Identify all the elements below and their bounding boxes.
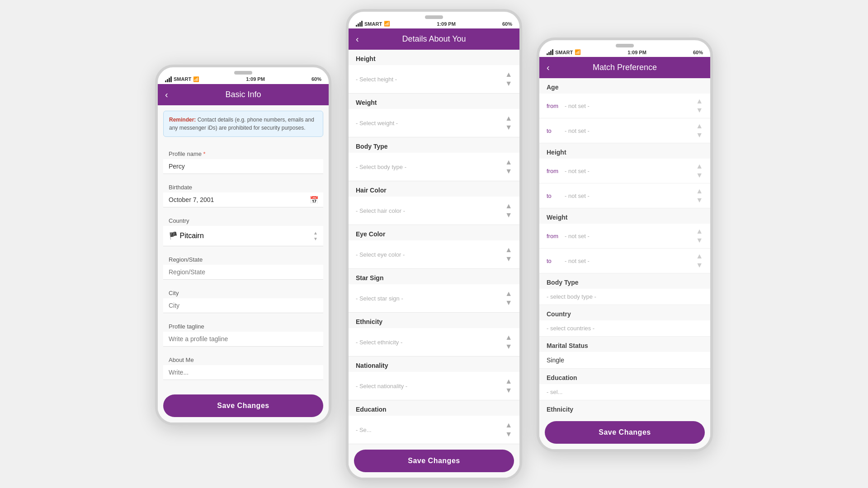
education-select-match[interactable]: - sel... (539, 384, 710, 400)
region-input[interactable] (163, 265, 323, 279)
tagline-label: Profile tagline (163, 319, 323, 332)
nationality-arrows: ▲ ▼ (505, 377, 512, 394)
age-section: Age from - not set - ▲ ▼ to - not set - … (539, 78, 710, 143)
about-me-field: About Me (163, 352, 323, 380)
height-placeholder: - Select height - (356, 76, 397, 83)
status-left-2: SMART 📶 (356, 21, 390, 27)
country-flag: 🏴 (169, 232, 179, 239)
education-title-match: Education (539, 369, 710, 384)
education-arrows: ▲ ▼ (505, 421, 512, 438)
profile-name-wrapper (163, 159, 323, 174)
education-select[interactable]: - Se... ▲ ▼ (349, 416, 519, 444)
body-type-arrows: ▲ ▼ (505, 158, 512, 175)
screen1-title: Basic Info (225, 90, 261, 99)
city-field: City (163, 285, 323, 313)
education-placeholder-match: - sel... (547, 389, 562, 395)
weight-to-label: to (547, 258, 565, 264)
body-type-select[interactable]: - Select body type - ▲ ▼ (349, 153, 519, 181)
weight-section: Weight from - not set - ▲ ▼ to - not set… (539, 208, 710, 273)
city-label: City (163, 285, 323, 298)
hair-color-placeholder: - Select hair color - (356, 207, 405, 214)
body-type-select-match[interactable]: - select body type - (539, 289, 710, 305)
country-select[interactable]: 🏴 Pitcairn ▲ ▼ (163, 226, 323, 246)
back-button-3[interactable]: ‹ (547, 62, 550, 73)
required-star: * (203, 150, 206, 157)
weight-from-row[interactable]: from - not set - ▲ ▼ (539, 224, 710, 249)
age-from-row[interactable]: from - not set - ▲ ▼ (539, 94, 710, 118)
height-from-value: - not set - (565, 168, 696, 174)
star-sign-select[interactable]: - Select star sign - ▲ ▼ (349, 284, 519, 313)
screen3-title: Match Preference (593, 63, 657, 72)
save-button-2[interactable]: Save Changes (354, 450, 514, 472)
carrier-3: SMART (555, 50, 573, 55)
star-sign-placeholder: - Select star sign - (356, 295, 403, 302)
country-select-match[interactable]: - select countries - (539, 320, 710, 337)
ethnicity-arrows: ▲ ▼ (505, 333, 512, 351)
weight-select[interactable]: - Select weight - ▲ ▼ (349, 109, 519, 137)
carrier-2: SMART (364, 21, 382, 27)
hair-color-label: Hair Color (349, 181, 519, 197)
save-btn-container-1: Save Changes (158, 389, 329, 422)
age-from-label: from (547, 103, 565, 109)
age-to-value: - not set - (565, 127, 696, 134)
about-me-wrapper (163, 365, 323, 380)
hair-color-select[interactable]: - Select hair color - ▲ ▼ (349, 197, 519, 225)
back-button-2[interactable]: ‹ (356, 34, 359, 44)
marital-value: Single (539, 352, 710, 369)
weight-to-row[interactable]: to - not set - ▲ ▼ (539, 249, 710, 273)
phone-frame-1: SMART 📶 1:09 PM 60% ‹ Basic Info Reminde… (155, 65, 331, 425)
weight-label: Weight (349, 94, 519, 109)
height-from-label: from (547, 168, 565, 174)
profile-name-input[interactable] (163, 159, 323, 174)
phone-frame-3: SMART 📶 1:09 PM 60% ‹ Match Preference A… (537, 38, 713, 452)
age-to-row[interactable]: to - not set - ▲ ▼ (539, 118, 710, 143)
tagline-input[interactable] (163, 332, 323, 346)
region-wrapper (163, 265, 323, 280)
height-title: Height (539, 143, 710, 159)
weight-arrows: ▲ ▼ (505, 114, 512, 131)
status-left-3: SMART 📶 (547, 49, 581, 55)
body-type-placeholder-match: - select body type - (547, 293, 596, 300)
weight-from-arrows: ▲ ▼ (696, 227, 703, 244)
save-button-3[interactable]: Save Changes (545, 421, 705, 444)
nationality-select[interactable]: - Select nationality - ▲ ▼ (349, 372, 519, 400)
city-wrapper (163, 298, 323, 313)
height-section: Height from - not set - ▲ ▼ to - not set… (539, 143, 710, 208)
country-value: 🏴 Pitcairn (169, 231, 204, 240)
age-to-label: to (547, 127, 565, 134)
country-label: Country (163, 213, 323, 226)
about-me-input[interactable] (163, 365, 323, 380)
height-select[interactable]: - Select height - ▲ ▼ (349, 65, 519, 94)
save-btn-container-2: Save Changes (349, 444, 519, 478)
signal-icon-1 (165, 76, 172, 82)
eye-color-label: Eye Color (349, 225, 519, 240)
about-me-label: About Me (163, 352, 323, 365)
height-to-row[interactable]: to - not set - ▲ ▼ (539, 183, 710, 208)
eye-color-select[interactable]: - Select eye color - ▲ ▼ (349, 240, 519, 269)
profile-name-field: Profile name * (163, 146, 323, 174)
save-button-1[interactable]: Save Changes (163, 394, 323, 417)
region-label: Region/State (163, 252, 323, 265)
ethnicity-select[interactable]: - Select ethnicity - ▲ ▼ (349, 328, 519, 357)
app-header-1: ‹ Basic Info (158, 84, 329, 105)
country-placeholder-match: - select countries - (547, 325, 594, 332)
birthdate-label: Birthdate (163, 179, 323, 192)
city-input[interactable] (163, 298, 323, 313)
reminder-box: Reminder: Contact details (e.g. phone nu… (163, 111, 323, 137)
status-right-3: 60% (693, 50, 703, 55)
save-btn-container-3: Save Changes (539, 416, 710, 449)
birthdate-field: Birthdate 📅 (163, 179, 323, 207)
wifi-icon-1: 📶 (193, 76, 199, 82)
height-arrows: ▲ ▼ (505, 70, 512, 88)
status-right-2: 60% (502, 21, 512, 27)
height-from-row[interactable]: from - not set - ▲ ▼ (539, 159, 710, 183)
status-left-1: SMART 📶 (165, 76, 199, 82)
height-to-label: to (547, 192, 565, 199)
birthdate-input[interactable] (163, 192, 323, 207)
screen3-content: Age from - not set - ▲ ▼ to - not set - … (539, 78, 710, 449)
carrier-1: SMART (174, 76, 191, 82)
details-list: Height - Select height - ▲ ▼ Weight - Se… (349, 50, 519, 444)
form-section-1: Profile name * Birthdate 📅 Country (158, 142, 329, 389)
back-button-1[interactable]: ‹ (165, 89, 168, 100)
battery-2: 60% (502, 21, 512, 27)
